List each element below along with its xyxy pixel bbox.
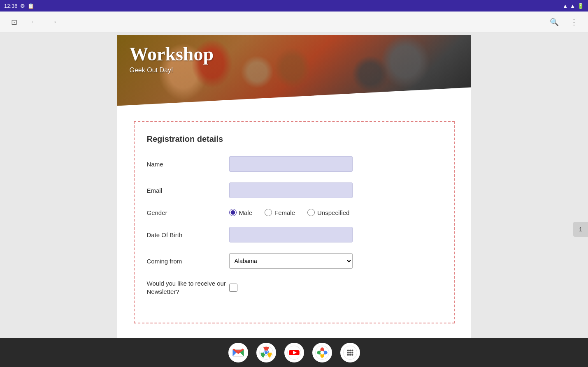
chrome-icon[interactable] <box>256 343 276 362</box>
form-row-email: Email <box>147 182 442 198</box>
content-card: Workshop Geek Out Day! Registration deta… <box>117 35 471 338</box>
hero-image: Workshop Geek Out Day! <box>117 35 471 117</box>
gender-male-option[interactable]: Male <box>229 209 253 216</box>
email-label: Email <box>147 187 229 194</box>
svg-point-23 <box>349 352 351 354</box>
status-bar-left: 12:36 ⚙ 📋 <box>4 3 34 9</box>
name-input[interactable] <box>229 156 353 172</box>
hero-title: Workshop <box>130 43 214 65</box>
bottom-dock <box>0 338 588 367</box>
gmail-icon[interactable] <box>228 343 248 362</box>
tabs-button[interactable]: ⊡ <box>7 15 21 30</box>
coming-from-label: Coming from <box>147 258 229 265</box>
google-photos-icon[interactable] <box>312 343 332 362</box>
form-row-gender: Gender Male Female Unspecified <box>147 209 442 216</box>
forward-button[interactable]: → <box>46 15 61 30</box>
settings-icon: ⚙ <box>20 3 25 9</box>
newsletter-checkbox[interactable] <box>229 284 237 292</box>
coming-from-select[interactable]: Alabama Alaska Arizona Arkansas Californ… <box>229 253 353 269</box>
browser-toolbar: ⊡ ← → 🔍 ⋮ <box>0 12 588 33</box>
dob-label: Date Of Birth <box>147 231 229 238</box>
gender-unspecified-option[interactable]: Unspecified <box>307 209 349 216</box>
app-grid-icon[interactable] <box>340 343 360 362</box>
gender-female-radio[interactable] <box>265 209 272 216</box>
status-bar: 12:36 ⚙ 📋 ▲ ▲ 🔋 <box>0 0 588 12</box>
back-button[interactable]: ← <box>26 15 41 30</box>
svg-point-17 <box>320 351 324 355</box>
youtube-icon[interactable] <box>284 343 304 362</box>
email-input[interactable] <box>229 182 353 198</box>
gender-label: Gender <box>147 209 229 216</box>
clipboard-icon: 📋 <box>28 3 34 9</box>
svg-point-20 <box>349 350 351 352</box>
svg-point-25 <box>347 354 349 356</box>
form-row-coming-from: Coming from Alabama Alaska Arizona Arkan… <box>147 253 442 269</box>
gender-female-option[interactable]: Female <box>265 209 295 216</box>
form-row-name: Name <box>147 156 442 172</box>
form-title: Registration details <box>147 134 442 144</box>
wifi-icon: ▲ <box>562 3 568 9</box>
form-container: Registration details Name Email Gender M… <box>134 121 455 323</box>
gender-unspecified-radio[interactable] <box>307 209 315 216</box>
svg-point-8 <box>265 351 268 354</box>
svg-point-26 <box>349 354 351 356</box>
svg-point-27 <box>351 354 353 356</box>
main-area: 1 Workshop Geek Out Day! Registration de… <box>0 33 588 338</box>
page-number-badge: 1 <box>573 222 588 237</box>
svg-point-24 <box>351 352 353 354</box>
gender-unspecified-label: Unspecified <box>317 209 349 216</box>
battery-icon: 🔋 <box>577 3 584 9</box>
hero-text: Workshop Geek Out Day! <box>130 43 214 74</box>
status-bar-right: ▲ ▲ 🔋 <box>562 3 584 9</box>
newsletter-label: Would you like to receive our Newsletter… <box>147 279 229 295</box>
gender-male-label: Male <box>239 209 253 216</box>
gender-male-radio[interactable] <box>229 209 237 216</box>
status-time: 12:36 <box>4 3 18 9</box>
signal-icon: ▲ <box>570 3 575 9</box>
name-label: Name <box>147 161 229 168</box>
search-button[interactable]: 🔍 <box>547 15 562 30</box>
hero-subtitle: Geek Out Day! <box>130 67 214 74</box>
gender-options: Male Female Unspecified <box>229 209 350 216</box>
form-row-newsletter: Would you like to receive our Newsletter… <box>147 279 442 295</box>
dob-input[interactable] <box>229 227 353 242</box>
svg-point-21 <box>351 350 353 352</box>
more-options-button[interactable]: ⋮ <box>567 15 581 30</box>
gender-female-label: Female <box>274 209 295 216</box>
svg-point-22 <box>347 352 349 354</box>
svg-point-19 <box>347 350 349 352</box>
form-row-dob: Date Of Birth <box>147 227 442 242</box>
